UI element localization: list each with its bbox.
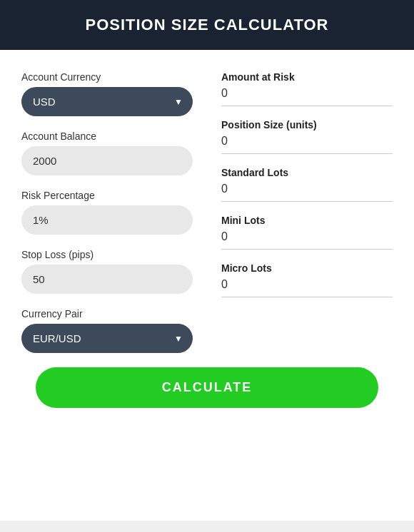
account-balance-input[interactable]	[21, 146, 193, 175]
amount-at-risk-value: 0	[221, 87, 393, 106]
standard-lots-label: Standard Lots	[221, 167, 393, 178]
account-currency-label: Account Currency	[21, 71, 193, 83]
micro-lots-value: 0	[221, 278, 393, 297]
stop-loss-input[interactable]	[21, 265, 193, 294]
right-column: Amount at Risk 0 Position Size (units) 0…	[221, 71, 393, 353]
position-size-value: 0	[221, 135, 393, 154]
amount-at-risk-label: Amount at Risk	[221, 71, 393, 83]
account-currency-field: Account Currency USD EUR GBP JPY ▼	[21, 71, 193, 116]
mini-lots-result: Mini Lots 0	[221, 215, 393, 250]
main-content: Account Currency USD EUR GBP JPY ▼ Accou…	[0, 50, 414, 521]
form-grid: Account Currency USD EUR GBP JPY ▼ Accou…	[21, 71, 393, 353]
risk-percentage-label: Risk Percentage	[21, 190, 193, 201]
page-title: POSITION SIZE CALCULATOR	[11, 16, 403, 34]
risk-percentage-field: Risk Percentage	[21, 190, 193, 235]
account-balance-field: Account Balance	[21, 131, 193, 175]
currency-pair-field: Currency Pair EUR/USD GBP/USD USD/JPY AU…	[21, 308, 193, 353]
account-currency-wrapper: USD EUR GBP JPY ▼	[21, 87, 193, 116]
currency-pair-label: Currency Pair	[21, 308, 193, 319]
mini-lots-value: 0	[221, 230, 393, 250]
stop-loss-label: Stop Loss (pips)	[21, 249, 193, 260]
mini-lots-label: Mini Lots	[221, 215, 393, 226]
position-size-result: Position Size (units) 0	[221, 119, 393, 154]
currency-pair-select[interactable]: EUR/USD GBP/USD USD/JPY AUD/USD	[21, 324, 193, 353]
micro-lots-result: Micro Lots 0	[221, 262, 393, 297]
amount-at-risk-result: Amount at Risk 0	[221, 71, 393, 106]
stop-loss-field: Stop Loss (pips)	[21, 249, 193, 294]
page-header: POSITION SIZE CALCULATOR	[0, 0, 414, 50]
currency-pair-wrapper: EUR/USD GBP/USD USD/JPY AUD/USD ▼	[21, 324, 193, 353]
position-size-label: Position Size (units)	[221, 119, 393, 131]
micro-lots-label: Micro Lots	[221, 262, 393, 274]
standard-lots-value: 0	[221, 183, 393, 202]
standard-lots-result: Standard Lots 0	[221, 167, 393, 202]
risk-percentage-input[interactable]	[21, 205, 193, 235]
account-balance-label: Account Balance	[21, 131, 193, 142]
calculate-button[interactable]: CALCULATE	[36, 367, 378, 408]
account-currency-select[interactable]: USD EUR GBP JPY	[21, 87, 193, 116]
left-column: Account Currency USD EUR GBP JPY ▼ Accou…	[21, 71, 193, 353]
